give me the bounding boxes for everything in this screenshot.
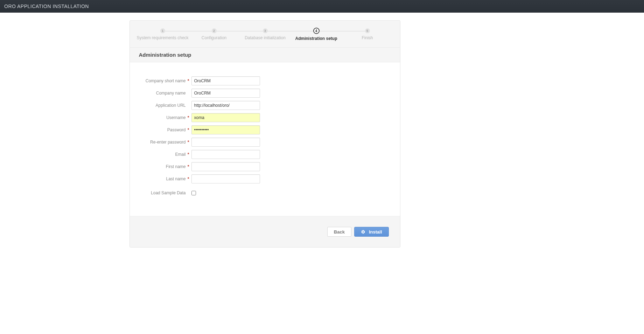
label-company-name: Company name	[156, 91, 186, 96]
step-number: 4	[313, 28, 320, 34]
row-last-name: Last name *	[139, 174, 391, 183]
username-field[interactable]	[191, 113, 260, 122]
back-button[interactable]: Back	[327, 227, 351, 237]
label-email: Email	[175, 152, 186, 157]
required-marker: *	[187, 164, 189, 169]
label-application-url: Application URL	[155, 103, 186, 108]
step-number: 2	[212, 28, 217, 33]
form-area: Company short name * Company name * Appl…	[130, 62, 400, 216]
page-title: Administration setup	[139, 52, 391, 58]
step-admin-setup: 4 Administration setup	[291, 28, 342, 41]
required-marker: *	[187, 115, 189, 120]
label-load-sample: Load Sample Data	[151, 190, 186, 195]
last-name-field[interactable]	[191, 174, 260, 183]
load-sample-checkbox[interactable]	[191, 191, 196, 195]
step-number: 1	[160, 28, 165, 33]
row-company-short-name: Company short name *	[139, 76, 391, 85]
install-button-label: Install	[369, 229, 382, 235]
step-system-requirements: 1 System requirements check	[137, 28, 189, 40]
gear-icon	[361, 230, 365, 234]
step-label: Database initialization	[245, 35, 286, 40]
required-marker: *	[187, 152, 189, 157]
application-url-field[interactable]	[191, 101, 260, 110]
row-password: Password *	[139, 125, 391, 134]
footer-actions: Back Install	[130, 216, 400, 247]
stepper: 1 System requirements check 2 Configurat…	[130, 21, 400, 47]
section-header: Administration setup	[130, 47, 400, 62]
company-short-name-field[interactable]	[191, 76, 260, 85]
row-re-password: Re-enter password *	[139, 138, 391, 147]
row-first-name: First name *	[139, 162, 391, 171]
label-last-name: Last name	[166, 176, 186, 181]
email-field[interactable]	[191, 150, 260, 159]
row-application-url: Application URL *	[139, 101, 391, 110]
step-number: 3	[263, 28, 268, 33]
label-company-short-name: Company short name	[146, 78, 186, 83]
step-database-init: 3 Database initialization	[240, 28, 291, 40]
step-label: Administration setup	[295, 36, 337, 41]
required-marker: *	[187, 140, 189, 145]
label-username: Username	[166, 115, 186, 120]
required-marker: *	[187, 127, 189, 132]
label-re-password: Re-enter password	[150, 140, 186, 145]
label-first-name: First name	[166, 164, 186, 169]
row-username: Username *	[139, 113, 391, 122]
required-marker: *	[187, 78, 189, 83]
step-finish: 5 Finish	[342, 28, 393, 40]
app-title: ORO APPLICATION INSTALLATION	[4, 4, 89, 9]
install-button[interactable]: Install	[354, 227, 389, 237]
row-email: Email *	[139, 150, 391, 159]
install-card: 1 System requirements check 2 Configurat…	[130, 20, 400, 248]
step-label: Configuration	[202, 35, 226, 40]
company-name-field[interactable]	[191, 89, 260, 98]
row-load-sample: Load Sample Data *	[139, 190, 391, 195]
page-wrap: 1 System requirements check 2 Configurat…	[0, 13, 530, 248]
step-configuration: 2 Configuration	[189, 28, 240, 40]
step-number: 5	[365, 28, 370, 33]
row-company-name: Company name *	[139, 89, 391, 98]
re-password-field[interactable]	[191, 138, 260, 147]
back-button-label: Back	[334, 229, 345, 235]
required-marker: *	[187, 176, 189, 181]
top-bar: ORO APPLICATION INSTALLATION	[0, 0, 644, 13]
password-field[interactable]	[191, 125, 260, 134]
step-label: System requirements check	[137, 35, 189, 40]
first-name-field[interactable]	[191, 162, 260, 171]
label-password: Password	[167, 127, 186, 132]
step-label: Finish	[362, 35, 373, 40]
